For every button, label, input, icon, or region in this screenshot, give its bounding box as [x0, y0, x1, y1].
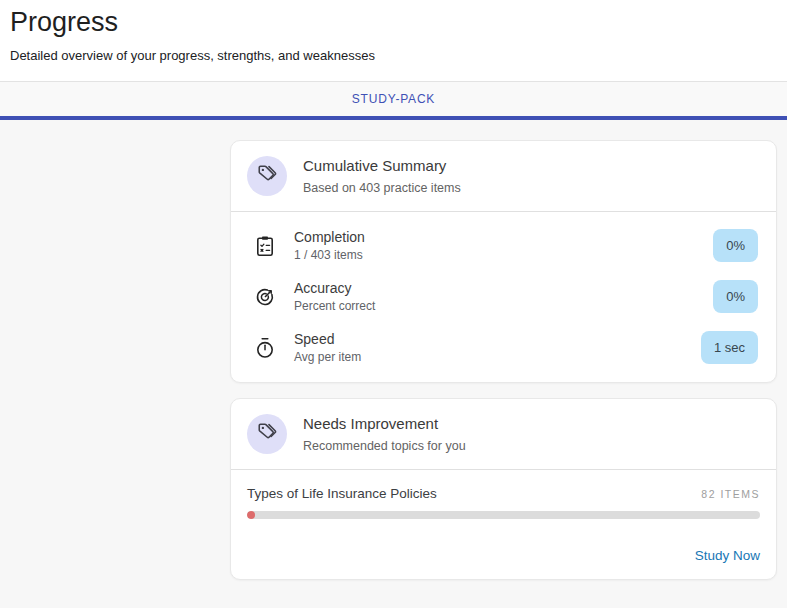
page-header: Progress Detailed overview of your progr… — [0, 0, 787, 81]
page-subtitle: Detailed overview of your progress, stre… — [10, 48, 777, 81]
topic-progress-bar — [247, 511, 760, 519]
metric-label: Accuracy — [294, 280, 713, 296]
metric-label: Speed — [294, 331, 701, 347]
tab-study-pack[interactable]: STUDY-PACK — [328, 84, 459, 114]
topic-body: Types of Life Insurance Policies 82 ITEM… — [231, 470, 776, 519]
metric-row-speed: Speed Avg per item 1 sec — [253, 331, 760, 364]
tags-icon — [257, 164, 277, 188]
improvement-card: Needs Improvement Recommended topics for… — [230, 398, 777, 580]
summary-card-subtitle: Based on 403 practice items — [303, 181, 461, 195]
metric-text: Completion 1 / 403 items — [294, 229, 713, 262]
summary-card-header-text: Cumulative Summary Based on 403 practice… — [303, 157, 461, 195]
topic-progress-fill — [247, 511, 255, 519]
metric-sublabel: Percent correct — [294, 299, 713, 313]
metric-list: Completion 1 / 403 items 0% Accuracy — [231, 212, 776, 382]
improvement-card-header-text: Needs Improvement Recommended topics for… — [303, 415, 466, 453]
topic-name: Types of Life Insurance Policies — [247, 486, 437, 501]
tab-bar: STUDY-PACK — [0, 81, 787, 120]
clipboard-checklist-icon — [253, 234, 277, 258]
card-actions: Study Now — [231, 519, 776, 579]
improvement-card-subtitle: Recommended topics for you — [303, 439, 466, 453]
metric-sublabel: Avg per item — [294, 350, 701, 364]
summary-card: Cumulative Summary Based on 403 practice… — [230, 140, 777, 383]
improvement-card-header: Needs Improvement Recommended topics for… — [231, 399, 776, 470]
topic-row: Types of Life Insurance Policies 82 ITEM… — [247, 486, 760, 501]
completion-value-badge: 0% — [713, 229, 758, 262]
summary-card-avatar — [247, 156, 287, 196]
speed-value-badge: 1 sec — [701, 331, 758, 364]
metric-row-accuracy: Accuracy Percent correct 0% — [253, 280, 760, 313]
improvement-card-title: Needs Improvement — [303, 415, 466, 432]
accuracy-value-badge: 0% — [713, 280, 758, 313]
target-accuracy-icon — [253, 285, 277, 309]
metric-text: Accuracy Percent correct — [294, 280, 713, 313]
topic-items-count: 82 ITEMS — [701, 488, 760, 500]
page-title: Progress — [10, 7, 777, 38]
content-area: Cumulative Summary Based on 403 practice… — [0, 120, 787, 608]
summary-card-title: Cumulative Summary — [303, 157, 461, 174]
summary-card-header: Cumulative Summary Based on 403 practice… — [231, 141, 776, 212]
metric-row-completion: Completion 1 / 403 items 0% — [253, 229, 760, 262]
study-now-link[interactable]: Study Now — [695, 548, 760, 563]
metric-label: Completion — [294, 229, 713, 245]
improvement-card-avatar — [247, 414, 287, 454]
metric-sublabel: 1 / 403 items — [294, 248, 713, 262]
metric-text: Speed Avg per item — [294, 331, 701, 364]
tags-icon — [257, 422, 277, 446]
stopwatch-icon — [253, 336, 277, 360]
